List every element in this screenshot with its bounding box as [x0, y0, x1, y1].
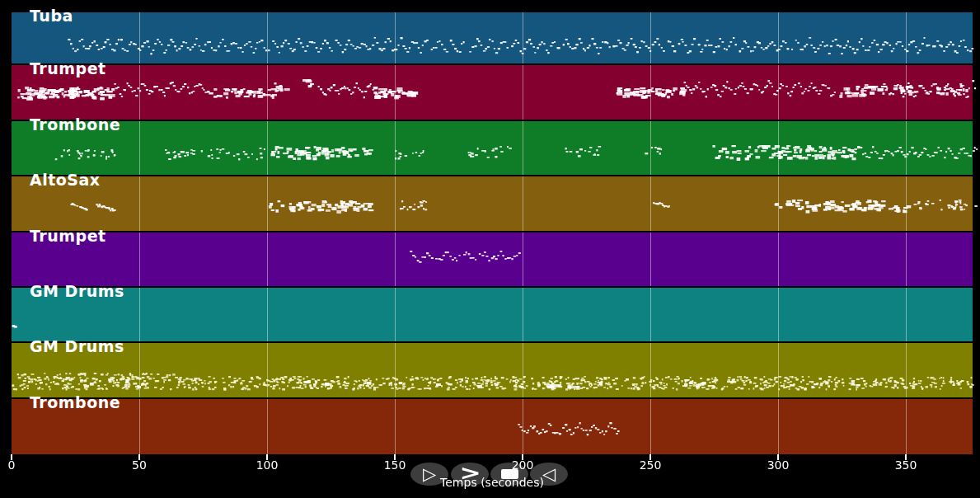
gridline: [650, 121, 651, 175]
gridline: [267, 65, 268, 120]
gridline: [650, 233, 651, 286]
play-button[interactable]: ▷: [410, 463, 448, 486]
track-label: GM Drums: [30, 282, 124, 300]
track-label: Trumpet: [30, 227, 106, 245]
axis-tick-label: 300: [767, 458, 790, 472]
fast-forward-icon: >: [459, 463, 481, 483]
gridline: [139, 176, 140, 231]
gridline: [139, 288, 140, 341]
gridline: [906, 288, 907, 341]
axis-tick: [394, 454, 396, 460]
gridline: [139, 12, 140, 63]
track-row-gmdrums-2: GM Drums: [12, 343, 973, 397]
track-row-trombone-1: Trombone: [12, 121, 973, 175]
gridline: [139, 343, 140, 397]
track-row-trumpet-2: Trumpet: [12, 233, 973, 286]
gridline: [139, 121, 140, 175]
gridline: [778, 343, 779, 397]
gridline: [523, 176, 523, 231]
rewind-icon: ◁: [542, 466, 556, 483]
gridline: [523, 65, 523, 120]
gridline: [395, 343, 396, 397]
gridline: [778, 121, 779, 175]
gridline: [650, 12, 651, 63]
gridline: [778, 399, 779, 454]
track-label: Tuba: [30, 7, 73, 25]
axis-tick-label: 250: [640, 458, 662, 472]
axis-tick-label: 150: [384, 458, 406, 472]
gridline: [906, 121, 907, 175]
gridline: [523, 233, 523, 286]
track-label: Trombone: [30, 393, 120, 411]
gridline: [906, 343, 907, 397]
axis-tick: [11, 454, 12, 460]
fast-forward-button[interactable]: >: [451, 463, 489, 486]
gridline: [267, 288, 268, 341]
gridline: [395, 176, 396, 231]
axis-tick-label: 50: [132, 458, 147, 472]
gridline: [906, 176, 907, 231]
gridline: [267, 12, 268, 63]
gridline: [267, 176, 268, 231]
axis-tick: [649, 454, 651, 460]
gridline: [523, 121, 523, 175]
gridline: [267, 399, 268, 454]
gridline: [650, 65, 651, 120]
axis-tick-label: 100: [256, 458, 279, 472]
gridline: [395, 399, 396, 454]
gridline: [267, 343, 268, 397]
axis-tick: [777, 454, 779, 460]
gridline: [906, 12, 907, 63]
stop-icon: [501, 469, 518, 479]
gridline: [395, 121, 396, 175]
midi-player-window: Tuba Trumpet Trombone AltoSax Trumpet GM…: [0, 0, 980, 498]
axis-tick-label: 0: [8, 458, 16, 472]
track-label: AltoSax: [30, 171, 101, 189]
gridline: [650, 343, 651, 397]
gridline: [650, 399, 651, 454]
track-label: GM Drums: [30, 337, 124, 355]
gridline: [778, 233, 779, 286]
gridline: [395, 65, 396, 120]
gridline: [650, 176, 651, 231]
track-row-tuba: Tuba: [12, 12, 973, 63]
stop-button[interactable]: [490, 463, 528, 486]
gridline: [395, 233, 396, 286]
gridline: [395, 288, 396, 341]
gridline: [523, 12, 523, 63]
gridline: [139, 233, 140, 286]
gridline: [906, 65, 907, 120]
gridline: [778, 65, 779, 120]
gridline: [778, 176, 779, 231]
gridline: [267, 121, 268, 175]
rewind-button[interactable]: ◁: [530, 463, 568, 486]
gridline: [523, 399, 523, 454]
gridline: [267, 233, 268, 286]
track-row-trombone-2: Trombone: [12, 399, 973, 454]
track-label: Trumpet: [30, 59, 106, 78]
gridline: [906, 233, 907, 286]
gridline: [778, 12, 779, 63]
track-row-trumpet-1: Trumpet: [12, 65, 973, 120]
axis-tick: [266, 454, 268, 460]
track-row-gmdrums-1: GM Drums: [12, 288, 973, 341]
track-row-altosax: AltoSax: [12, 176, 973, 231]
gridline: [778, 288, 779, 341]
gridline: [523, 288, 523, 341]
gridline: [139, 65, 140, 120]
gridline: [395, 12, 396, 63]
axis-tick: [522, 454, 523, 460]
gridline: [650, 288, 651, 341]
axis-tick-label: 350: [895, 458, 917, 472]
play-icon: ▷: [423, 466, 436, 483]
axis-tick: [138, 454, 140, 460]
gridline: [139, 399, 140, 454]
gridline: [523, 343, 523, 397]
track-label: Trombone: [30, 115, 120, 134]
gridline: [906, 399, 907, 454]
axis-tick: [905, 454, 907, 460]
